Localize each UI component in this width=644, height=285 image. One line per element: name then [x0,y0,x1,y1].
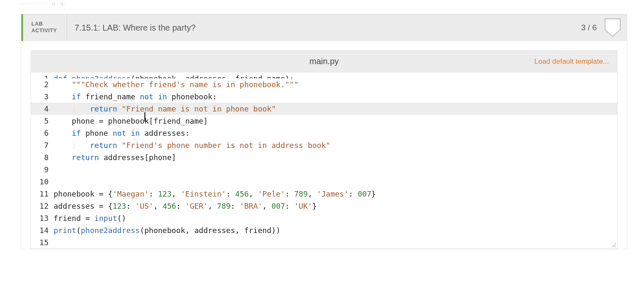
line-number: 14 [31,224,54,236]
code-content[interactable]: addresses = {123: 'US', 456: 'GER', 789:… [54,200,617,212]
code-line[interactable]: 8 return addresses[phone] [31,151,617,163]
line-number: 11 [31,188,54,200]
line-number: 15 [31,236,54,249]
editor-header: main.py Load default template... [31,50,618,72]
code-line[interactable]: 4 ¦ return "Friend name is not in phone … [31,103,617,115]
line-number: 3 [31,91,54,103]
lab-activity-panel: LAB ACTIVITY 7.15.1: LAB: Where is the p… [21,14,627,249]
code-line[interactable]: 10 [31,176,617,188]
code-content[interactable] [54,163,617,176]
lab-label-line2: ACTIVITY [31,28,60,34]
line-number: 13 [31,212,54,224]
code-content[interactable] [54,236,617,249]
code-line[interactable]: 14print(phone2address(phonebook, address… [31,224,617,236]
code-line[interactable]: 7 ¦ return "Friend's phone number is not… [31,139,617,151]
code-line[interactable]: 5 phone = phonebook[friend_name] [31,115,617,127]
code-content[interactable]: if phone not in addresses: [54,127,617,139]
trace-text: ······ ··········.q···q,· [21,0,627,14]
code-content[interactable] [54,176,617,188]
line-number: 10 [31,176,54,188]
line-number: 2 [31,78,54,91]
code-line[interactable]: 3 if friend_name not in phonebook: [31,91,617,103]
line-number: 6 [31,127,54,139]
resize-handle-icon[interactable] [611,242,616,248]
code-line[interactable]: 15 [31,236,617,249]
svg-line-2 [615,246,616,247]
line-number: 12 [31,200,54,212]
line-number: 1 [31,73,54,78]
lab-header: LAB ACTIVITY 7.15.1: LAB: Where is the p… [21,14,627,41]
code-content[interactable]: print(phone2address(phonebook, addresses… [54,224,617,236]
editor-wrap: main.py Load default template... 1def ph… [21,41,627,249]
shield-icon [603,14,627,41]
editor-filename: main.py [31,57,617,66]
code-content[interactable]: phonebook = {'Maegan': 123, 'Einstein': … [54,188,617,200]
lab-score: 3 / 6 [574,14,603,41]
code-line[interactable]: 6 if phone not in addresses: [31,127,617,139]
line-number: 5 [31,115,54,127]
code-line[interactable]: 12addresses = {123: 'US', 456: 'GER', 78… [31,200,617,212]
code-content[interactable]: if friend_name not in phonebook: [54,91,617,103]
code-content[interactable]: ¦ return "Friend name is not in phone bo… [54,103,617,115]
code-content[interactable]: phone = phonebook[friend_name] [54,115,617,127]
code-content[interactable]: def phone2address(phonebook, addresses, … [54,73,617,78]
lab-activity-label: LAB ACTIVITY [23,14,67,41]
code-content[interactable]: return addresses[phone] [54,151,617,163]
code-content[interactable]: ¦ return "Friend's phone number is not i… [54,139,617,151]
code-line[interactable]: 11phonebook = {'Maegan': 123, 'Einstein'… [31,188,617,200]
line-number: 9 [31,163,54,176]
line-number: 7 [31,139,54,151]
code-line[interactable]: 13friend = input() [31,212,617,224]
code-editor[interactable]: 1def phone2address(phonebook, addresses,… [31,72,618,249]
lab-title: 7.15.1: LAB: Where is the party? [67,14,574,41]
load-default-template-link[interactable]: Load default template... [534,57,609,66]
line-number: 4 [31,103,54,115]
code-content[interactable]: friend = input() [54,212,617,224]
code-line[interactable]: 1def phone2address(phonebook, addresses,… [31,73,617,78]
code-line[interactable]: 2 """Check whether friend's name is in p… [31,78,617,91]
line-number: 8 [31,151,54,163]
code-content[interactable]: """Check whether friend's name is in pho… [54,78,617,91]
lab-label-line1: LAB [31,21,60,28]
code-line[interactable]: 9 [31,163,617,176]
